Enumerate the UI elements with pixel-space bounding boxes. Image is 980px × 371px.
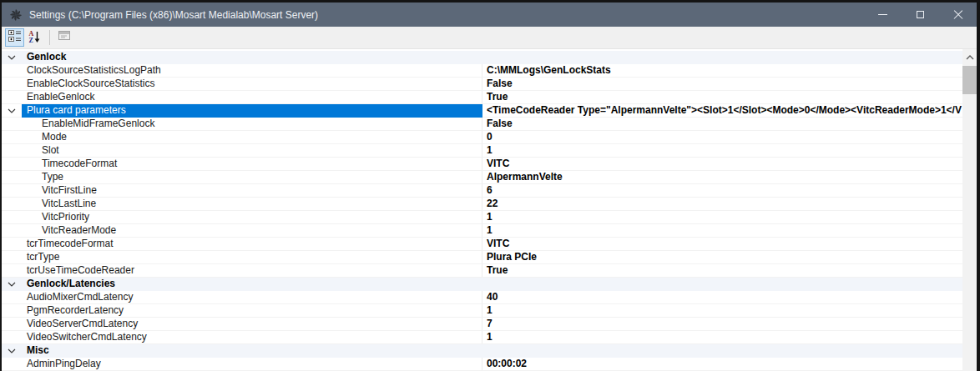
property-value[interactable]: 00:00:02 bbox=[482, 358, 962, 371]
property-name: EnableGenlock bbox=[22, 91, 482, 104]
property-name: tcrType bbox=[22, 251, 482, 264]
property-row[interactable]: EnableMidFrameGenlockFalse bbox=[2, 118, 962, 131]
property-row[interactable]: AdminPingDelay00:00:02 bbox=[2, 358, 962, 371]
property-value[interactable]: True bbox=[482, 91, 962, 104]
row-expand-margin bbox=[2, 158, 22, 171]
property-name: Slot bbox=[22, 144, 482, 158]
expander-chevron-down-icon[interactable] bbox=[2, 344, 22, 358]
property-row[interactable]: tcrTimecodeFormatVITC bbox=[2, 238, 962, 251]
row-expand-margin bbox=[2, 184, 22, 198]
scrollbar-thumb[interactable] bbox=[962, 66, 977, 94]
property-value[interactable]: True bbox=[482, 264, 962, 278]
property-value[interactable]: 40 bbox=[482, 291, 962, 304]
minimize-button[interactable] bbox=[864, 3, 902, 27]
property-name: AdminPingDelay bbox=[22, 358, 482, 371]
window-title: Settings (C:\Program Files (x86)\Mosart … bbox=[29, 9, 318, 21]
expander-chevron-down-icon[interactable] bbox=[2, 51, 22, 64]
category-row[interactable]: Genlock/Latencies bbox=[2, 278, 962, 291]
property-name: EnableMidFrameGenlock bbox=[22, 118, 482, 131]
category-row[interactable]: Genlock bbox=[2, 51, 962, 64]
property-row[interactable]: EnableGenlockTrue bbox=[2, 91, 962, 104]
property-value[interactable]: 7 bbox=[482, 318, 962, 331]
property-value[interactable]: C:\MMLogs\GenLockStats bbox=[482, 64, 962, 78]
property-name: EnableClockSourceStatistics bbox=[22, 78, 482, 91]
scroll-up-button[interactable] bbox=[962, 49, 977, 63]
row-expand-margin bbox=[2, 144, 22, 158]
property-value[interactable]: VITC bbox=[482, 238, 962, 251]
row-expand-margin bbox=[2, 251, 22, 264]
row-expand-margin bbox=[2, 171, 22, 184]
property-value[interactable]: AlpermannVelte bbox=[482, 171, 962, 184]
property-row[interactable]: VitcPriority1 bbox=[2, 211, 962, 224]
property-row[interactable]: VitcLastLine22 bbox=[2, 198, 962, 211]
toolbar-separator bbox=[49, 30, 50, 45]
categorized-view-button[interactable] bbox=[5, 28, 24, 47]
propertygrid-toolbar: A Z bbox=[2, 27, 977, 48]
window-controls bbox=[864, 3, 977, 27]
property-value[interactable]: VITC bbox=[482, 158, 962, 171]
property-row[interactable]: VideoServerCmdLatency7 bbox=[2, 318, 962, 331]
property-name: PgmRecorderLatency bbox=[22, 304, 482, 318]
property-value[interactable]: 1 bbox=[482, 211, 962, 224]
property-name: Plura card parameters bbox=[22, 104, 482, 118]
property-row[interactable]: tcrTypePlura PCIe bbox=[2, 251, 962, 264]
category-label: Misc bbox=[22, 344, 962, 358]
row-expand-margin bbox=[2, 358, 22, 371]
categorized-grid-icon bbox=[8, 29, 22, 46]
property-name: Mode bbox=[22, 131, 482, 144]
property-value[interactable]: False bbox=[482, 118, 962, 131]
property-value[interactable]: False bbox=[482, 78, 962, 91]
property-value[interactable]: 1 bbox=[482, 144, 962, 158]
row-expand-margin bbox=[2, 291, 22, 304]
property-value[interactable]: 0 bbox=[482, 131, 962, 144]
settings-window: Settings (C:\Program Files (x86)\Mosart … bbox=[2, 3, 977, 371]
row-expand-margin bbox=[2, 131, 22, 144]
maximize-button[interactable] bbox=[902, 3, 939, 27]
property-name: VitcLastLine bbox=[22, 198, 482, 211]
property-row[interactable]: AudioMixerCmdLatency40 bbox=[2, 291, 962, 304]
property-row[interactable]: Mode0 bbox=[2, 131, 962, 144]
property-row[interactable]: TimecodeFormatVITC bbox=[2, 158, 962, 171]
row-expand-margin bbox=[2, 118, 22, 131]
vertical-scrollbar[interactable] bbox=[962, 49, 977, 371]
desktop-background: Settings (C:\Program Files (x86)\Mosart … bbox=[0, 0, 980, 371]
property-name: tcrTimecodeFormat bbox=[22, 238, 482, 251]
minimize-icon bbox=[878, 14, 887, 15]
property-value[interactable]: 22 bbox=[482, 198, 962, 211]
property-value[interactable]: 1 bbox=[482, 224, 962, 238]
chevron-up-icon bbox=[966, 48, 974, 63]
alphabetical-sort-button[interactable]: A Z bbox=[25, 28, 44, 47]
close-icon bbox=[953, 10, 963, 20]
property-row[interactable]: VitcFirstLine6 bbox=[2, 184, 962, 198]
expander-chevron-down-icon[interactable] bbox=[2, 278, 22, 291]
property-row[interactable]: PgmRecorderLatency1 bbox=[2, 304, 962, 318]
property-row[interactable]: TypeAlpermannVelte bbox=[2, 171, 962, 184]
app-pinwheel-icon bbox=[9, 8, 23, 22]
property-grid-rows: GenlockClockSourceStatisticsLogPathC:\MM… bbox=[2, 51, 962, 371]
expander-chevron-down-icon[interactable] bbox=[2, 104, 22, 118]
property-grid: GenlockClockSourceStatisticsLogPathC:\MM… bbox=[2, 48, 977, 371]
title-bar: Settings (C:\Program Files (x86)\Mosart … bbox=[2, 3, 977, 27]
property-value[interactable]: 6 bbox=[482, 184, 962, 198]
property-name: VideoServerCmdLatency bbox=[22, 318, 482, 331]
row-expand-margin bbox=[2, 318, 22, 331]
property-value[interactable]: 1 bbox=[482, 331, 962, 344]
property-pages-button[interactable] bbox=[54, 28, 73, 47]
property-row[interactable]: VideoSwitcherCmdLatency1 bbox=[2, 331, 962, 344]
property-row[interactable]: Plura card parameters<TimeCodeReader Typ… bbox=[2, 104, 962, 118]
property-row[interactable]: tcrUseTimeCodeReaderTrue bbox=[2, 264, 962, 278]
property-row[interactable]: ClockSourceStatisticsLogPathC:\MMLogs\Ge… bbox=[2, 64, 962, 78]
category-row[interactable]: Misc bbox=[2, 344, 962, 358]
property-row[interactable]: EnableClockSourceStatisticsFalse bbox=[2, 78, 962, 91]
close-button[interactable] bbox=[939, 3, 977, 27]
property-pages-icon bbox=[58, 30, 71, 45]
property-value[interactable]: <TimeCodeReader Type="AlpermannVelte"><S… bbox=[482, 104, 962, 118]
property-name: AudioMixerCmdLatency bbox=[22, 291, 482, 304]
property-row[interactable]: Slot1 bbox=[2, 144, 962, 158]
row-expand-margin bbox=[2, 238, 22, 251]
property-row[interactable]: VitcReaderMode1 bbox=[2, 224, 962, 238]
property-value[interactable]: 1 bbox=[482, 304, 962, 318]
property-name: tcrUseTimeCodeReader bbox=[22, 264, 482, 278]
row-expand-margin bbox=[2, 198, 22, 211]
property-value[interactable]: Plura PCIe bbox=[482, 251, 962, 264]
